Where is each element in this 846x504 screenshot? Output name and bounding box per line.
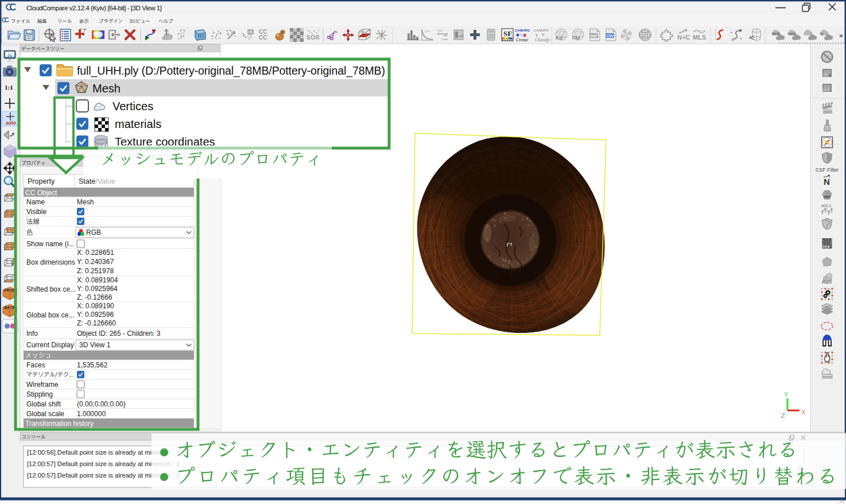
svg-text:HSV: HSV bbox=[789, 32, 795, 36]
svg-text:Property: Property bbox=[28, 177, 55, 185]
svg-text:SOR: SOR bbox=[306, 34, 320, 41]
svg-text:Wireframe: Wireframe bbox=[26, 381, 59, 389]
svg-text:SF: SF bbox=[503, 29, 512, 38]
svg-text:BACK: BACK bbox=[5, 305, 15, 309]
svg-text:Info: Info bbox=[26, 329, 38, 338]
svg-text:X: 0.0891904: X: 0.0891904 bbox=[77, 276, 118, 284]
svg-text:µ=0: µ=0 bbox=[425, 29, 430, 33]
svg-text:Z: 0.251978: Z: 0.251978 bbox=[77, 267, 114, 275]
svg-text:UB: UB bbox=[459, 34, 463, 38]
svg-text:Show name (i...: Show name (i... bbox=[26, 240, 74, 248]
svg-text:Current Display: Current Display bbox=[26, 341, 74, 349]
svg-text:Y: Y bbox=[784, 391, 789, 398]
svg-text:Z: Z bbox=[781, 412, 785, 419]
svg-text:HPR: HPR bbox=[824, 195, 831, 199]
svg-text:Stippling: Stippling bbox=[26, 390, 53, 398]
svg-text:SSAO: SSAO bbox=[823, 89, 831, 92]
svg-text:Y: 0.240367: Y: 0.240367 bbox=[77, 258, 114, 266]
svg-text:Global shift: Global shift bbox=[26, 400, 61, 408]
svg-text:Z: -0.12666: Z: -0.12666 bbox=[77, 293, 112, 301]
svg-text:Mesh: Mesh bbox=[77, 198, 94, 206]
svg-text:X: X bbox=[801, 409, 806, 416]
svg-text:auto: auto bbox=[6, 120, 16, 126]
svg-text:Transformation history: Transformation history bbox=[25, 420, 94, 428]
svg-text:PCV: PCV bbox=[823, 245, 830, 249]
svg-text:X: 0.089190: X: 0.089190 bbox=[77, 302, 114, 310]
svg-text:Global scale: Global scale bbox=[26, 410, 64, 418]
svg-text:FM: FM bbox=[572, 35, 580, 41]
svg-text:Mesh: Mesh bbox=[92, 82, 121, 95]
svg-text:Faces: Faces bbox=[26, 361, 45, 369]
svg-text:RGB: RGB bbox=[86, 228, 101, 237]
svg-text:CSF Filter: CSF Filter bbox=[816, 167, 839, 173]
svg-text:N+C: N+C bbox=[677, 34, 690, 41]
svg-text:M3C2: M3C2 bbox=[821, 204, 832, 208]
svg-text:min: min bbox=[437, 29, 443, 32]
svg-text:Classify: Classify bbox=[535, 37, 550, 42]
svg-text:Kd: Kd bbox=[556, 35, 562, 41]
svg-text:State/Value: State/Value bbox=[79, 177, 115, 185]
svg-text:CC Object: CC Object bbox=[25, 189, 57, 197]
svg-text:»: » bbox=[839, 32, 843, 40]
svg-text:CSV: CSV bbox=[606, 34, 614, 38]
svg-text:1.000000: 1.000000 bbox=[77, 410, 106, 418]
svg-text:R&D: R&D bbox=[822, 280, 832, 285]
svg-text:Shifted box ce...: Shifted box ce... bbox=[26, 285, 76, 293]
svg-text:RGB: RGB bbox=[773, 32, 779, 36]
svg-text:Y: 0.0925964: Y: 0.0925964 bbox=[77, 285, 118, 293]
svg-text:full_UHH.ply (D:/Pottery-origi: full_UHH.ply (D:/Pottery-original_78MB/P… bbox=[77, 64, 385, 77]
svg-text:Vertices: Vertices bbox=[112, 100, 153, 113]
svg-text:CloudCompare v2.12.4 (Kyiv) [6: CloudCompare v2.12.4 (Kyiv) [64-bit] - [… bbox=[26, 5, 162, 11]
svg-text:1,535,562: 1,535,562 bbox=[77, 361, 108, 369]
svg-text:CC: CC bbox=[259, 34, 267, 41]
svg-text:H: H bbox=[821, 32, 823, 36]
svg-text:Y: 0.092596: Y: 0.092596 bbox=[77, 311, 114, 319]
svg-text:CANUPO: CANUPO bbox=[534, 29, 549, 32]
svg-text:Box dimensions: Box dimensions bbox=[26, 258, 75, 266]
svg-text:X: 0.228651: X: 0.228651 bbox=[77, 249, 114, 257]
svg-text:max: max bbox=[441, 37, 448, 41]
svg-text:(0.00;0.00;0.00): (0.00;0.00;0.00) bbox=[77, 400, 126, 408]
svg-text:SHP: SHP bbox=[590, 34, 598, 38]
svg-text:Name: Name bbox=[26, 198, 45, 206]
svg-text:1:1: 1:1 bbox=[5, 84, 13, 91]
svg-text:Z: -0.126660: Z: -0.126660 bbox=[77, 319, 116, 327]
svg-text:Create: Create bbox=[516, 37, 529, 42]
svg-text:Visible: Visible bbox=[26, 208, 46, 216]
svg-text:MLS: MLS bbox=[693, 34, 706, 41]
svg-text:N: N bbox=[824, 177, 830, 187]
svg-text:EDL: EDL bbox=[824, 73, 829, 77]
svg-text:3D View 1: 3D View 1 bbox=[79, 341, 111, 349]
svg-text:Object ID: 265 - Children: 3: Object ID: 265 - Children: 3 bbox=[77, 329, 161, 338]
svg-text:Global box ce...: Global box ce... bbox=[26, 311, 74, 319]
svg-text:CANUPO: CANUPO bbox=[515, 29, 530, 32]
svg-text:materials: materials bbox=[115, 118, 161, 130]
